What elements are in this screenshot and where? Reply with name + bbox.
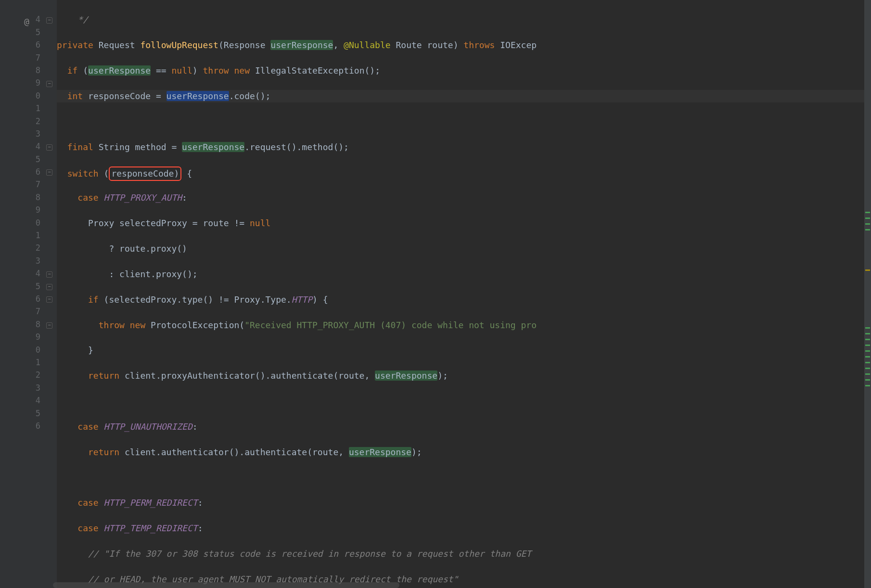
code-line: Proxy selectedProxy = route != null xyxy=(57,217,871,230)
code-line: return client.authenticator().authentica… xyxy=(57,446,871,459)
code-line: case HTTP_UNAUTHORIZED: xyxy=(57,421,871,433)
code-line: // "If the 307 or 308 status code is rec… xyxy=(57,548,871,560)
code-line xyxy=(57,472,871,484)
fold-toggle-icon[interactable] xyxy=(46,81,52,87)
code-line-current: int responseCode = userResponse.code(); xyxy=(57,90,871,102)
horizontal-scrollbar[interactable] xyxy=(53,582,399,588)
code-line: */ xyxy=(57,13,871,26)
code-line: if (selectedProxy.type() != Proxy.Type.H… xyxy=(57,294,871,306)
code-line: switch (responseCode) { xyxy=(57,166,871,179)
fold-toggle-icon[interactable] xyxy=(46,144,52,151)
code-line: case HTTP_TEMP_REDIRECT: xyxy=(57,522,871,535)
modified-marker-icon: @ xyxy=(24,15,29,28)
fold-toggle-icon[interactable] xyxy=(46,296,52,303)
code-line: : client.proxy(); xyxy=(57,268,871,281)
code-line: return client.proxyAuthenticator().authe… xyxy=(57,370,871,382)
code-editor[interactable]: 4 5 6 7 8 9 0 1 2 3 4 5 6 7 8 9 0 1 2 3 … xyxy=(0,0,871,588)
line-number-gutter: 4 5 6 7 8 9 0 1 2 3 4 5 6 7 8 9 0 1 2 3 … xyxy=(0,0,43,588)
code-line: if (userResponse == null) throw new Ille… xyxy=(57,64,871,77)
code-line: } xyxy=(57,344,871,357)
fold-toggle-icon[interactable] xyxy=(46,17,52,24)
code-line xyxy=(57,395,871,408)
fold-toggle-icon[interactable] xyxy=(46,284,52,290)
code-text-area[interactable]: */ private Request followUpRequest(Respo… xyxy=(57,0,871,588)
scrollbar-marks[interactable] xyxy=(864,0,871,588)
code-line: final String method = userResponse.reque… xyxy=(57,141,871,153)
fold-column xyxy=(43,0,57,588)
code-line: ? route.proxy() xyxy=(57,243,871,255)
code-line: private Request followUpRequest(Response… xyxy=(57,39,871,51)
fold-toggle-icon[interactable] xyxy=(46,169,52,176)
code-line: case HTTP_PROXY_AUTH: xyxy=(57,192,871,204)
fold-toggle-icon[interactable] xyxy=(46,322,52,329)
code-line: throw new ProtocolException("Received HT… xyxy=(57,319,871,332)
highlight-annotation: responseCode) xyxy=(109,166,181,181)
fold-toggle-icon[interactable] xyxy=(46,271,52,278)
code-line: case HTTP_PERM_REDIRECT: xyxy=(57,497,871,509)
code-line xyxy=(57,115,871,128)
